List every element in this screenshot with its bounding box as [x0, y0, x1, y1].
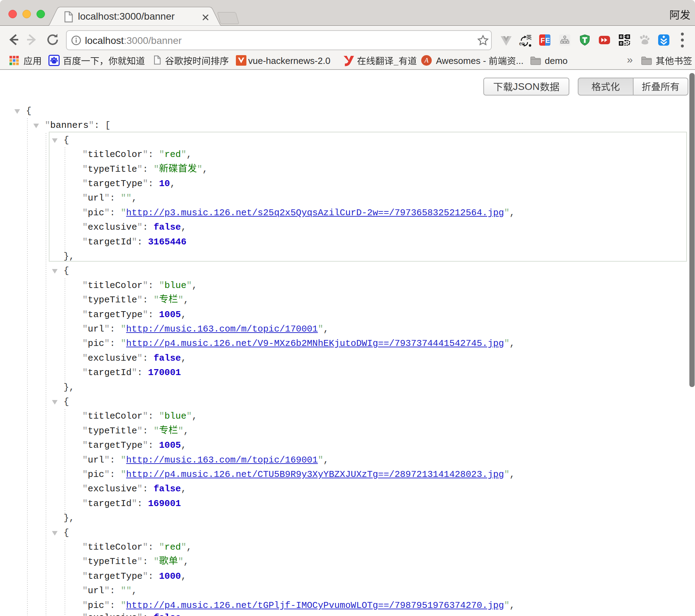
svg-text:A: A — [424, 57, 429, 64]
svg-text:E: E — [545, 37, 550, 44]
svg-text:en: en — [519, 41, 525, 46]
svg-text:F: F — [541, 37, 545, 44]
